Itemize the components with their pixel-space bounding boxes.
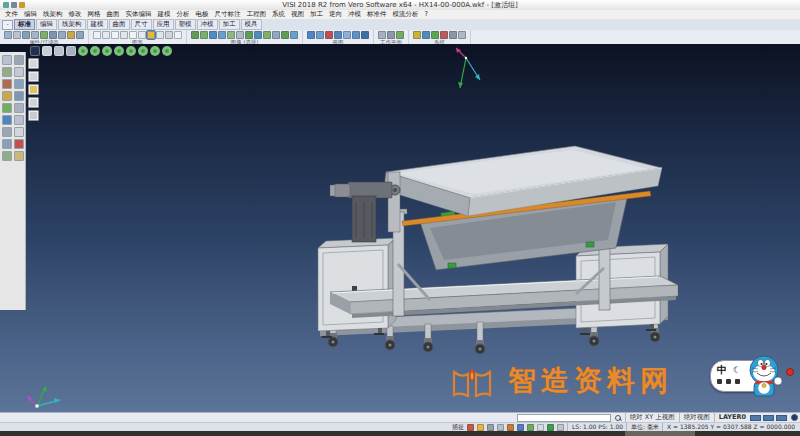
layer-indicator[interactable]: LAYER0 <box>714 413 746 422</box>
texture-icon[interactable] <box>254 31 262 39</box>
shaded-view-icon[interactable] <box>191 31 199 39</box>
light-icon[interactable] <box>263 31 271 39</box>
page-icon[interactable] <box>138 31 146 39</box>
view-back-icon[interactable] <box>126 46 136 56</box>
refresh-icon[interactable] <box>431 31 439 39</box>
notes-button[interactable] <box>28 71 39 82</box>
properties-icon[interactable] <box>67 31 75 39</box>
view-rotate-icon[interactable] <box>162 46 172 56</box>
move-icon[interactable] <box>14 55 24 65</box>
page-prev-icon[interactable] <box>42 46 52 56</box>
database-icon[interactable] <box>422 31 430 39</box>
select-icon[interactable] <box>2 55 12 65</box>
trim-icon[interactable] <box>2 79 12 89</box>
snap-tangent-icon[interactable] <box>517 424 524 431</box>
ime-moon-icon[interactable]: ☾ <box>733 365 741 375</box>
toolbar-tab[interactable]: 标准 <box>14 19 35 30</box>
menu-item[interactable]: 曲面 <box>104 10 123 19</box>
page-icon[interactable] <box>156 31 164 39</box>
material-icon[interactable] <box>281 31 289 39</box>
visibility-icon[interactable] <box>49 31 57 39</box>
offset-icon[interactable] <box>2 91 12 101</box>
page-list-icon[interactable] <box>66 46 76 56</box>
menu-item[interactable]: 编辑 <box>21 10 40 19</box>
toolbar-tab[interactable]: 应用 <box>153 19 174 30</box>
menu-item[interactable]: 建模 <box>155 10 174 19</box>
toolbar-tab[interactable]: 冲模 <box>197 19 218 30</box>
status-sphere-icon[interactable] <box>791 414 798 421</box>
menu-item[interactable]: 文件 <box>2 10 21 19</box>
menu-item[interactable]: 逆向 <box>326 10 345 19</box>
ime-settings-icon[interactable] <box>735 379 740 384</box>
element-filter-icon[interactable] <box>31 31 39 39</box>
settings-icon[interactable] <box>413 31 421 39</box>
render-mode-icon[interactable] <box>218 31 226 39</box>
group-icon[interactable] <box>14 127 24 137</box>
toolbar-tab[interactable]: 线架构 <box>58 19 86 30</box>
shading-icon[interactable] <box>245 31 253 39</box>
snap-intersect-icon[interactable] <box>497 424 504 431</box>
zoom-icon[interactable] <box>307 31 315 39</box>
eraser-button[interactable] <box>28 110 39 121</box>
extend-icon[interactable] <box>14 79 24 89</box>
workplane-align-icon[interactable] <box>387 31 395 39</box>
hidden-line-icon[interactable] <box>209 31 217 39</box>
menu-item[interactable]: 模流分析 <box>390 10 422 19</box>
delete-icon[interactable] <box>14 103 24 113</box>
menu-item[interactable]: 修改 <box>66 10 85 19</box>
reset-filter-icon[interactable] <box>76 31 84 39</box>
menu-item[interactable]: 电极 <box>193 10 212 19</box>
menu-item[interactable]: 线架构 <box>40 10 66 19</box>
page-icon[interactable] <box>111 31 119 39</box>
rotate-icon[interactable] <box>2 67 12 77</box>
attribute-icon[interactable] <box>4 31 12 39</box>
array-icon[interactable] <box>14 115 24 125</box>
toolbar-tab[interactable]: 模具 <box>241 19 262 30</box>
snap-perp-icon[interactable] <box>527 424 534 431</box>
quick-undo-icon[interactable] <box>11 2 17 8</box>
snap-node-icon[interactable] <box>537 424 544 431</box>
help-icon[interactable] <box>458 31 466 39</box>
fillet-icon[interactable] <box>14 91 24 101</box>
info-icon[interactable] <box>449 31 457 39</box>
grid-icon[interactable] <box>2 151 12 161</box>
menu-item[interactable]: 冲模 <box>345 10 364 19</box>
notification-badge[interactable] <box>786 368 794 376</box>
view-top-icon[interactable] <box>78 46 88 56</box>
toolbar-tab[interactable]: 曲面 <box>109 19 130 30</box>
toolbar-tab[interactable]: 加工 <box>219 19 240 30</box>
iso-view-icon[interactable] <box>361 31 369 39</box>
scale-icon[interactable] <box>2 127 12 137</box>
workplane-new-icon[interactable] <box>396 31 404 39</box>
clipboard-button[interactable] <box>28 58 39 69</box>
exit-icon[interactable] <box>440 31 448 39</box>
ime-punct-icon[interactable] <box>726 379 731 384</box>
background-icon[interactable] <box>272 31 280 39</box>
wireframe-view-icon[interactable] <box>200 31 208 39</box>
view-list-icon[interactable] <box>352 31 360 39</box>
layer-color-swatch[interactable] <box>776 415 787 421</box>
menu-item[interactable]: 实体编辑 <box>123 10 155 19</box>
layer-filter-icon[interactable] <box>22 31 30 39</box>
new-graphic-icon[interactable] <box>93 31 101 39</box>
layer-color-swatch[interactable] <box>750 415 761 421</box>
snap-mid-icon[interactable] <box>477 424 484 431</box>
quality-icon[interactable] <box>290 31 298 39</box>
previous-view-icon[interactable] <box>325 31 333 39</box>
selection-filter-icon[interactable] <box>58 31 66 39</box>
quick-save-icon[interactable] <box>3 2 9 8</box>
explode-icon[interactable] <box>2 139 12 149</box>
collapse-ribbon-button[interactable]: - <box>2 20 13 30</box>
marker-button[interactable] <box>28 84 39 95</box>
view-left-icon[interactable] <box>114 46 124 56</box>
page-icon[interactable] <box>174 31 182 39</box>
cad-model[interactable] <box>0 44 800 412</box>
motor-gearbox[interactable] <box>330 172 400 242</box>
workplane-icon[interactable] <box>378 31 386 39</box>
active-folder-icon[interactable] <box>147 31 155 39</box>
menu-item[interactable]: 尺寸标注 <box>212 10 244 19</box>
chamfer-icon[interactable] <box>2 103 12 113</box>
open-graphic-icon[interactable] <box>102 31 110 39</box>
zoom-all-icon[interactable] <box>334 31 342 39</box>
viewport-config-icon[interactable] <box>30 46 40 56</box>
